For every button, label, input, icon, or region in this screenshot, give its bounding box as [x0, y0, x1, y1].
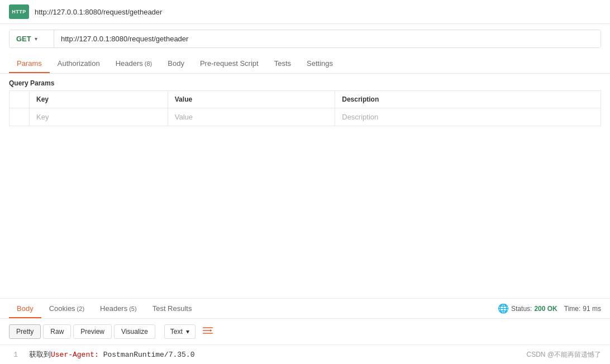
watermark: CSDN @不能再留遗憾了	[526, 350, 601, 360]
resp-headers-badge: (5)	[129, 305, 136, 312]
code-highlight-part: User-Agent:	[51, 351, 103, 359]
request-tabs: Params Authorization Headers(8) Body Pre…	[0, 54, 610, 74]
raw-button[interactable]: Raw	[43, 324, 71, 339]
url-input[interactable]	[54, 30, 601, 47]
globe-icon: 🌐	[498, 303, 509, 314]
value-cell[interactable]: Value	[168, 108, 335, 126]
code-normal-part: 获取到	[29, 351, 51, 359]
checkbox-header	[9, 91, 30, 108]
visualize-button[interactable]: Visualize	[114, 324, 155, 339]
tab-tests[interactable]: Tests	[266, 54, 299, 73]
text-format-chevron: ▾	[186, 328, 189, 336]
headers-badge: (8)	[145, 60, 152, 67]
response-section: Body Cookies(2) Headers(5) Test Results …	[0, 298, 610, 364]
method-label: GET	[16, 35, 31, 43]
query-params-label: Query Params	[0, 74, 610, 90]
tab-headers[interactable]: Headers(8)	[108, 54, 160, 73]
row-checkbox[interactable]	[9, 108, 30, 126]
status-label: Status:	[511, 305, 532, 313]
chevron-down-icon: ▾	[35, 36, 37, 42]
response-tab-headers[interactable]: Headers(5)	[92, 299, 145, 318]
text-format-select[interactable]: Text ▾	[164, 324, 196, 339]
cookies-badge: (2)	[77, 305, 84, 312]
request-bar: GET ▾	[9, 30, 601, 48]
response-body: 1获取到User-Agent: PostmanRuntime/7.35.0	[0, 345, 610, 364]
line-number: 1	[9, 351, 18, 359]
status-value: 200 OK	[534, 305, 557, 313]
response-tabs-row: Body Cookies(2) Headers(5) Test Results …	[0, 298, 610, 319]
params-table: Key Value Description Key Value Descript…	[9, 90, 601, 126]
key-header: Key	[30, 91, 168, 108]
description-cell[interactable]: Description	[335, 108, 601, 126]
wrap-button[interactable]	[198, 323, 218, 340]
preview-button[interactable]: Preview	[73, 324, 112, 339]
response-tab-body[interactable]: Body	[9, 299, 41, 318]
tab-authorization[interactable]: Authorization	[50, 54, 108, 73]
text-format-label: Text	[170, 328, 183, 336]
svg-text:HTTP: HTTP	[12, 9, 26, 15]
time-value: 91 ms	[583, 305, 601, 313]
response-toolbar: Pretty Raw Preview Visualize Text ▾	[0, 319, 610, 345]
time-label: Time:	[564, 305, 581, 313]
title-bar: HTTP http://127.0.0.1:8080/request/gethe…	[0, 0, 610, 24]
code-value-part: PostmanRuntime/7.35.0	[103, 351, 195, 359]
description-header: Description	[335, 91, 601, 108]
tab-body[interactable]: Body	[160, 54, 192, 73]
response-status: 🌐 Status: 200 OK Time: 91 ms	[498, 303, 601, 314]
key-cell[interactable]: Key	[30, 108, 168, 126]
tab-settings[interactable]: Settings	[299, 54, 341, 73]
method-select[interactable]: GET ▾	[9, 30, 54, 47]
http-icon: HTTP	[9, 4, 29, 19]
title-url: http://127.0.0.1:8080/request/getheader	[35, 8, 162, 16]
tab-prerequest[interactable]: Pre-request Script	[192, 54, 266, 73]
pretty-button[interactable]: Pretty	[9, 324, 41, 339]
value-header: Value	[168, 91, 335, 108]
tab-params[interactable]: Params	[9, 54, 50, 73]
response-tab-cookies[interactable]: Cookies(2)	[41, 299, 92, 318]
table-row: Key Value Description	[9, 108, 601, 126]
response-tab-testresults[interactable]: Test Results	[145, 299, 200, 318]
